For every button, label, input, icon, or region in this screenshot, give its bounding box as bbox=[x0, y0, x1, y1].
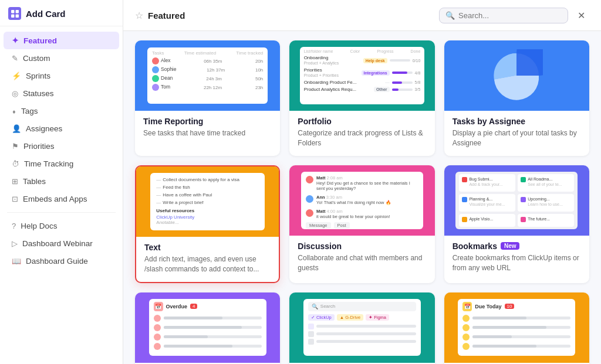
featured-star-icon: ☆ bbox=[135, 10, 143, 21]
sidebar-item-label: Featured bbox=[23, 36, 57, 45]
card-desc: Categorize and track progress of Lists &… bbox=[298, 128, 426, 149]
card-desc: Add rich text, images, and even use /sla… bbox=[144, 254, 271, 275]
app-grid-icon bbox=[8, 7, 21, 20]
sidebar-item-time-tracking[interactable]: ⏱ Time Tracking bbox=[4, 155, 119, 172]
card-desc: See tasks that have time tracked bbox=[143, 128, 272, 138]
card-title: Bookmarks New bbox=[453, 241, 581, 251]
search-box: 🔍 bbox=[439, 8, 568, 23]
card-body: Text Add rich text, images, and even use… bbox=[136, 237, 279, 282]
card-title: Portfolio bbox=[298, 117, 426, 126]
app-title: Add Card bbox=[26, 9, 66, 19]
card-bookmarks[interactable]: Bug Submi...Add & track your... All Road… bbox=[444, 165, 589, 283]
sidebar-items: ✦ Featured ✎ Custom ⚡ Sprints ◎ Statuses… bbox=[0, 26, 123, 364]
card-title: Tasks by Assignee bbox=[453, 117, 581, 126]
card-preview-discussion: Matt 2:08 am Hey! Did you get a chance t… bbox=[289, 165, 434, 236]
help-icon: ? bbox=[12, 222, 16, 230]
search-icon: 🔍 bbox=[445, 11, 455, 20]
edit-icon: ✎ bbox=[12, 54, 18, 63]
main-header: ☆ Featured 🔍 ✕ bbox=[123, 0, 601, 31]
sidebar-item-sprints[interactable]: ⚡ Sprints bbox=[4, 67, 119, 84]
sidebar-item-label: Embeds and Apps bbox=[23, 195, 87, 203]
card-body: Tasks by Assignee Display a pie chart of… bbox=[444, 111, 589, 156]
table-icon: ⊞ bbox=[12, 177, 18, 186]
main-header-title: Featured bbox=[148, 11, 434, 21]
card-overdue-tasks[interactable]: 📅 Overdue 4 bbox=[135, 292, 280, 364]
circle-icon: ◎ bbox=[12, 89, 18, 98]
sidebar-item-dashboard-webinar[interactable]: ▷ Dashboard Webinar bbox=[4, 235, 119, 252]
card-desc: Create bookmarks from ClickUp items or f… bbox=[453, 253, 581, 274]
card-preview-bookmarks: Bug Submi...Add & track your... All Road… bbox=[444, 165, 589, 236]
sidebar-item-label: Help Docs bbox=[21, 222, 57, 230]
svg-rect-3 bbox=[15, 14, 18, 17]
badge-new: New bbox=[501, 242, 520, 250]
sidebar-item-custom[interactable]: ✎ Custom bbox=[4, 50, 119, 67]
sidebar-item-priorities[interactable]: ⚑ Priorities bbox=[4, 138, 119, 155]
card-time-reporting[interactable]: TasksTime estimatedTime tracked Alex 06h… bbox=[135, 40, 280, 156]
card-text[interactable]: — Collect documents to apply for a visa … bbox=[135, 165, 280, 283]
star-icon: ✦ bbox=[12, 36, 19, 45]
sidebar-item-label: Tags bbox=[21, 107, 38, 115]
tag-icon: ⬧ bbox=[12, 107, 16, 115]
sidebar-item-label: Dashboard Guide bbox=[26, 257, 88, 266]
sidebar-item-featured[interactable]: ✦ Featured bbox=[4, 32, 119, 49]
box-icon: ⊡ bbox=[12, 195, 18, 203]
sidebar-header: Add Card bbox=[0, 0, 123, 26]
sidebar-item-label: Sprints bbox=[26, 72, 50, 80]
card-preview-tasks-by-assignee bbox=[444, 40, 589, 111]
card-preview-text: — Collect documents to apply for a visa … bbox=[136, 166, 279, 237]
card-preview-time-reporting: TasksTime estimatedTime tracked Alex 06h… bbox=[135, 40, 280, 111]
sidebar-item-label: Statuses bbox=[23, 89, 54, 98]
card-preview-search: 🔍 Search ✓ ClickUp ▲ G-Drive ✦ Figma bbox=[289, 292, 434, 363]
cards-area: TasksTime estimatedTime tracked Alex 06h… bbox=[123, 31, 601, 364]
sidebar-item-tags[interactable]: ⬧ Tags bbox=[4, 103, 119, 120]
sidebar-item-label: Time Tracking bbox=[24, 159, 73, 168]
sidebar-item-label: Custom bbox=[23, 54, 50, 63]
card-desc: Collaborate and chat with members and gu… bbox=[298, 253, 426, 274]
book-icon: 📖 bbox=[12, 257, 21, 266]
sidebar-item-label: Assignees bbox=[26, 124, 62, 133]
sidebar-item-help-docs[interactable]: ? Help Docs bbox=[4, 217, 119, 234]
card-tasks-by-assignee[interactable]: Tasks by Assignee Display a pie chart of… bbox=[444, 40, 589, 156]
card-body: Discussion Collaborate and chat with mem… bbox=[289, 236, 434, 281]
sidebar-item-label: Priorities bbox=[23, 142, 55, 151]
card-title: Time Reporting bbox=[143, 117, 272, 126]
search-input[interactable] bbox=[458, 11, 562, 20]
card-body: Bookmarks New Create bookmarks from Clic… bbox=[444, 236, 589, 281]
card-preview-portfolio: List/folder nameColorProgressDone Onboar… bbox=[289, 40, 434, 111]
svg-rect-2 bbox=[11, 14, 14, 17]
video-icon: ▷ bbox=[12, 239, 18, 248]
card-title: Discussion bbox=[298, 241, 426, 251]
clock-icon: ⏱ bbox=[12, 159, 19, 168]
svg-rect-1 bbox=[15, 10, 18, 13]
card-search[interactable]: 🔍 Search ✓ ClickUp ▲ G-Drive ✦ Figma bbox=[289, 292, 434, 364]
sidebar-item-embeds-apps[interactable]: ⊡ Embeds and Apps bbox=[4, 190, 119, 207]
card-portfolio[interactable]: List/folder nameColorProgressDone Onboar… bbox=[289, 40, 434, 156]
card-desc: Display a pie chart of your total tasks … bbox=[453, 128, 581, 149]
sidebar: Add Card ✦ Featured ✎ Custom ⚡ Sprints ◎… bbox=[0, 0, 123, 364]
card-preview-due-soon: 📅 Due Today 10 bbox=[444, 292, 589, 363]
card-title: Text bbox=[144, 243, 271, 252]
sidebar-item-label: Dashboard Webinar bbox=[22, 239, 93, 248]
sidebar-item-assignees[interactable]: 👤 Assignees bbox=[4, 120, 119, 137]
sidebar-item-statuses[interactable]: ◎ Statuses bbox=[4, 85, 119, 102]
user-icon: 👤 bbox=[12, 124, 21, 133]
cards-grid: TasksTime estimatedTime tracked Alex 06h… bbox=[135, 40, 589, 364]
zap-icon: ⚡ bbox=[12, 72, 21, 80]
main: ☆ Featured 🔍 ✕ TasksTime estimatedTime t… bbox=[123, 0, 601, 364]
svg-rect-0 bbox=[11, 10, 14, 13]
close-button[interactable]: ✕ bbox=[573, 7, 589, 23]
card-tasks-due-soon[interactable]: 📅 Due Today 10 bbox=[444, 292, 589, 364]
sidebar-item-label: Tables bbox=[23, 177, 46, 186]
flag-icon: ⚑ bbox=[12, 142, 19, 151]
card-preview-overdue: 📅 Overdue 4 bbox=[135, 292, 280, 363]
sidebar-item-dashboard-guide[interactable]: 📖 Dashboard Guide bbox=[4, 253, 119, 270]
sidebar-item-tables[interactable]: ⊞ Tables bbox=[4, 173, 119, 190]
card-body: Portfolio Categorize and track progress … bbox=[289, 111, 434, 156]
sidebar-divider bbox=[7, 212, 116, 213]
card-body: Time Reporting See tasks that have time … bbox=[135, 111, 280, 145]
card-discussion[interactable]: Matt 2:08 am Hey! Did you get a chance t… bbox=[289, 165, 434, 283]
